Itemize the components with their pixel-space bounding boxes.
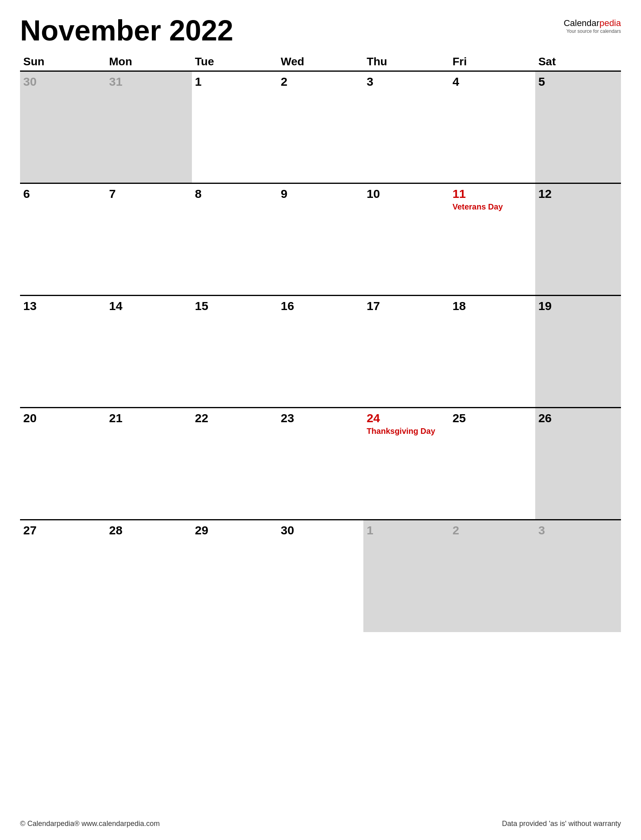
holiday-label: Veterans Day (452, 202, 532, 212)
header-mon: Mon (106, 53, 191, 71)
day-number: 24 (367, 411, 446, 425)
day-number: 9 (281, 187, 360, 201)
footer-copyright: © Calendarpedia® www.calendarpedia.com (20, 820, 160, 828)
day-number: 5 (538, 75, 618, 89)
calendar-cell-w4d3[interactable]: 22 (192, 408, 278, 520)
calendar-cell-w3d6[interactable]: 18 (449, 296, 535, 408)
calendar-cell-w5d5[interactable]: 1 (363, 520, 449, 632)
month-title: November 2022 (20, 16, 233, 45)
logo-text: Calendarpedia (564, 18, 621, 28)
day-number: 15 (195, 299, 274, 313)
calendar-cell-w2d4[interactable]: 9 (278, 183, 363, 296)
page-footer: © Calendarpedia® www.calendarpedia.com D… (20, 820, 621, 828)
calendar-table: Sun Mon Tue Wed Thu Fri Sat 303112345678… (20, 53, 621, 632)
calendar-cell-w5d4[interactable]: 30 (278, 520, 363, 632)
header-wed: Wed (278, 53, 363, 71)
logo-calendar: Calendar (564, 18, 599, 28)
header-fri: Fri (449, 53, 535, 71)
day-number: 2 (281, 75, 360, 89)
day-number: 26 (538, 411, 618, 425)
day-number: 7 (109, 187, 188, 201)
calendar-cell-w3d2[interactable]: 14 (106, 296, 191, 408)
calendar-cell-w2d3[interactable]: 8 (192, 183, 278, 296)
logo-pedia: pedia (599, 18, 621, 28)
day-number: 10 (367, 187, 446, 201)
calendar-cell-w1d4[interactable]: 2 (278, 71, 363, 183)
day-number: 11 (452, 187, 532, 201)
calendar-cell-w2d1[interactable]: 6 (20, 183, 106, 296)
calendar-cell-w5d2[interactable]: 28 (106, 520, 191, 632)
day-number: 20 (23, 411, 103, 425)
day-number: 30 (23, 75, 103, 89)
day-number: 18 (452, 299, 532, 313)
day-number: 3 (367, 75, 446, 89)
calendar-cell-w1d6[interactable]: 4 (449, 71, 535, 183)
calendar-cell-w1d5[interactable]: 3 (363, 71, 449, 183)
day-number: 13 (23, 299, 103, 313)
calendar-cell-w2d6[interactable]: 11Veterans Day (449, 183, 535, 296)
day-number: 31 (109, 75, 188, 89)
day-number: 29 (195, 524, 274, 537)
day-number: 22 (195, 411, 274, 425)
day-number: 4 (452, 75, 532, 89)
week-row-3: 13141516171819 (20, 296, 621, 408)
calendar-cell-w3d3[interactable]: 15 (192, 296, 278, 408)
day-number: 27 (23, 524, 103, 537)
day-number: 19 (538, 299, 618, 313)
week-row-4: 2021222324Thanksgiving Day2526 (20, 408, 621, 520)
calendar-cell-w4d5[interactable]: 24Thanksgiving Day (363, 408, 449, 520)
day-number: 1 (195, 75, 274, 89)
calendar-cell-w1d1[interactable]: 30 (20, 71, 106, 183)
calendar-cell-w5d7[interactable]: 3 (535, 520, 621, 632)
day-number: 14 (109, 299, 188, 313)
day-number: 16 (281, 299, 360, 313)
calendar-cell-w3d7[interactable]: 19 (535, 296, 621, 408)
week-row-5: 27282930123 (20, 520, 621, 632)
calendar-cell-w1d3[interactable]: 1 (192, 71, 278, 183)
calendar-cell-w3d5[interactable]: 17 (363, 296, 449, 408)
header-sun: Sun (20, 53, 106, 71)
calendar-cell-w2d7[interactable]: 12 (535, 183, 621, 296)
calendar-cell-w4d1[interactable]: 20 (20, 408, 106, 520)
header-tue: Tue (192, 53, 278, 71)
calendar-cell-w1d7[interactable]: 5 (535, 71, 621, 183)
calendar-page: November 2022 Calendarpedia Your source … (0, 0, 641, 840)
calendar-cell-w4d6[interactable]: 25 (449, 408, 535, 520)
day-number: 30 (281, 524, 360, 537)
calendar-cell-w4d7[interactable]: 26 (535, 408, 621, 520)
calendar-cell-w3d1[interactable]: 13 (20, 296, 106, 408)
logo-subtitle: Your source for calendars (564, 28, 621, 34)
day-headers-row: Sun Mon Tue Wed Thu Fri Sat (20, 53, 621, 71)
week-row-1: 303112345 (20, 71, 621, 183)
day-number: 12 (538, 187, 618, 201)
day-number: 1 (367, 524, 446, 537)
day-number: 28 (109, 524, 188, 537)
day-number: 23 (281, 411, 360, 425)
calendar-cell-w2d2[interactable]: 7 (106, 183, 191, 296)
calendar-cell-w5d6[interactable]: 2 (449, 520, 535, 632)
day-number: 3 (538, 524, 618, 537)
calendar-cell-w5d1[interactable]: 27 (20, 520, 106, 632)
day-number: 8 (195, 187, 274, 201)
calendar-cell-w1d2[interactable]: 31 (106, 71, 191, 183)
day-number: 2 (452, 524, 532, 537)
header-sat: Sat (535, 53, 621, 71)
calendar-cell-w3d4[interactable]: 16 (278, 296, 363, 408)
calendar-cell-w5d3[interactable]: 29 (192, 520, 278, 632)
logo-area: Calendarpedia Your source for calendars (564, 16, 621, 34)
holiday-label: Thanksgiving Day (367, 427, 446, 436)
page-header: November 2022 Calendarpedia Your source … (20, 16, 621, 45)
day-number: 21 (109, 411, 188, 425)
header-thu: Thu (363, 53, 449, 71)
day-number: 6 (23, 187, 103, 201)
calendar-cell-w2d5[interactable]: 10 (363, 183, 449, 296)
week-row-2: 67891011Veterans Day12 (20, 183, 621, 296)
footer-disclaimer: Data provided 'as is' without warranty (502, 820, 621, 828)
calendar-cell-w4d4[interactable]: 23 (278, 408, 363, 520)
calendar-cell-w4d2[interactable]: 21 (106, 408, 191, 520)
day-number: 25 (452, 411, 532, 425)
day-number: 17 (367, 299, 446, 313)
